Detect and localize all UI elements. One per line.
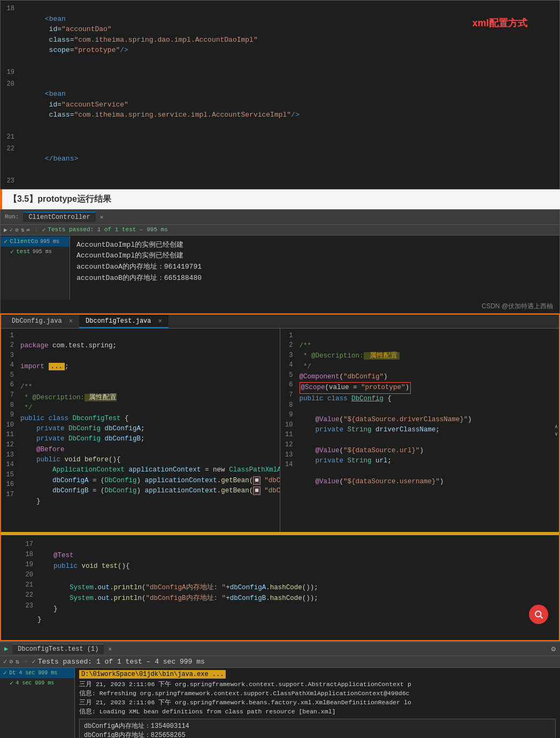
ide-right: 1234567891011121314 /** * @Description: … xyxy=(280,329,559,532)
svg-line-1 xyxy=(540,616,542,618)
result-line-2: dbConfigB内存地址：825658265 xyxy=(84,731,551,739)
run-sidebar-2: ✓ Dt 4 sec 999 ms ✓ 4 sec 999 ms xyxy=(0,668,75,739)
watermark-1: CSDN @伏加特遇上西柚 xyxy=(1,300,559,313)
pass-text: Tests passed: 1 of 1 test – 995 ms xyxy=(48,226,167,233)
ide-split: 1234567891011121314151617 package com.te… xyxy=(1,329,559,532)
output-line-2: AccountDaoImpl的实例已经创建 xyxy=(76,250,553,262)
run-sidebar: ✓ ClientCo 995 ms ✓ test 995 ms xyxy=(1,235,70,300)
close-icon[interactable]: ✕ xyxy=(100,214,104,220)
bottom-gutter: 17181920212223 xyxy=(20,539,37,636)
pass-text-2: Tests passed: 1 of 1 test – 4 sec 999 ms xyxy=(38,658,205,666)
filter-icon[interactable]: ⇌ xyxy=(27,226,30,233)
cmd-line: D:\01workSpace\01jdk\bin\java.exe ... xyxy=(79,670,556,679)
cmd-highlight: D:\01workSpace\01jdk\bin\java.exe ... xyxy=(79,670,226,679)
run-content: ✓ ClientCo 995 ms ✓ test 995 ms AccountD… xyxy=(1,235,559,300)
bottom-code: 17181920212223 @Test public void test(){… xyxy=(1,535,559,640)
bottom-editor: @Test public void test(){ System.out.pri… xyxy=(37,539,318,636)
gear-icon[interactable]: ⚙ xyxy=(551,644,556,653)
sidebar-item-dt[interactable]: ✓ Dt 4 sec 999 ms xyxy=(0,668,74,678)
ide-left: 1234567891011121314151617 package com.te… xyxy=(1,329,280,532)
sidebar-item-test[interactable]: ✓ test 995 ms xyxy=(1,247,70,257)
code-line-21: 21 xyxy=(1,131,559,143)
code-line-23: 23 xyxy=(1,175,559,187)
close-dbconfig[interactable]: ✕ xyxy=(69,317,73,325)
run-output-2: D:\01workSpace\01jdk\bin\java.exe ... 三月… xyxy=(75,668,560,739)
run-panel-2: ▶ DbconfigTest.test (1) ✕ ⚙ ✓ ⊘ ⇅ » ✓ Te… xyxy=(0,641,560,739)
result-line-1: dbConfigA内存地址：1354003114 xyxy=(84,721,551,731)
left-gutter: 1234567891011121314151617 xyxy=(1,331,18,507)
svg-point-0 xyxy=(535,611,541,617)
run-toolbar: ▶ ✓ ⊘ ⇅ ⇌ | ✓ Tests passed: 1 of 1 test … xyxy=(1,225,559,235)
separator-2: » xyxy=(24,658,28,666)
run-icon: ▶ xyxy=(4,645,8,653)
run-tab[interactable]: ClientController xyxy=(23,212,95,222)
sidebar-item-4sec[interactable]: ✓ 4 sec 999 ms xyxy=(0,678,74,688)
play-icon[interactable]: ▶ xyxy=(4,226,7,233)
tab-dbconfig[interactable]: DbConfig.java ✕ xyxy=(5,315,79,328)
output-log: 三月 21, 2023 2:11:06 下午 org.springframewo… xyxy=(79,680,556,717)
run-output: AccountDaoImpl的实例已经创建 AccountDaoImpl的实例已… xyxy=(70,235,559,300)
result-box: dbConfigA内存地址：1354003114 dbConfigB内存地址：8… xyxy=(79,719,556,739)
run-toolbar-2: ✓ ⊘ ⇅ » ✓ Tests passed: 1 of 1 test – 4 … xyxy=(0,656,560,668)
run-tab-2[interactable]: DbconfigTest.test (1) xyxy=(12,644,104,654)
run-header-2: ▶ DbconfigTest.test (1) ✕ ⚙ xyxy=(0,642,560,656)
output-line-4: accountDaoB的内存地址：665188480 xyxy=(76,273,553,284)
run-header: Run: ClientController ✕ xyxy=(1,210,559,225)
check-icon: ✓ xyxy=(10,226,13,233)
xml-code-section: 18 <bean id="accountDao" class="com.ithe… xyxy=(0,0,560,189)
right-gutter: 1234567891011121314 xyxy=(280,331,297,488)
run-label: Run: xyxy=(5,214,19,220)
scroll-arrows[interactable]: ∧ ∨ xyxy=(555,423,558,437)
log-line-3: 三月 21, 2023 2:11:06 下午 org.springframewo… xyxy=(79,698,556,707)
left-editor: package com.test.spring; import ...; /**… xyxy=(18,331,280,507)
output-line-1: AccountDaoImpl的实例已经创建 xyxy=(76,240,553,251)
run-content-2: ✓ Dt 4 sec 999 ms ✓ 4 sec 999 ms D:\01wo… xyxy=(0,668,560,739)
log-line-1: 三月 21, 2023 2:11:06 下午 org.springframewo… xyxy=(79,680,556,689)
close-icon-2[interactable]: ✕ xyxy=(108,645,112,652)
stop-icon-2[interactable]: ⊘ xyxy=(9,658,13,666)
right-editor: /** * @Description: 属性配置 */ @Component("… xyxy=(297,331,559,488)
xml-config-label: xml配置方式 xyxy=(472,17,527,29)
search-icon xyxy=(534,610,543,619)
ide-tabs: DbConfig.java ✕ DbconfigTest.java ✕ xyxy=(1,315,559,329)
output-line-3: accountDaoA的内存地址：961419791 xyxy=(76,262,553,273)
section-title-35: 【3.5】prototype运行结果 xyxy=(0,189,560,209)
separator: | xyxy=(34,226,38,233)
log-line-4: 信息: Loading XML bean definitions from cl… xyxy=(79,707,556,716)
stop-icon[interactable]: ⊘ xyxy=(15,226,19,233)
log-line-2: 信息: Refreshing org.springframework.conte… xyxy=(79,689,556,698)
run-panel-1: Run: ClientController ✕ ▶ ✓ ⊘ ⇅ ⇌ | ✓ Te… xyxy=(0,209,560,314)
code-line-20: 20 <bean id="accountService" class="com.… xyxy=(1,78,559,132)
sidebar-item-clientco[interactable]: ✓ ClientCo 995 ms xyxy=(1,237,70,247)
code-line-19: 19 xyxy=(1,66,559,78)
tab-dbconfigtest[interactable]: DbconfigTest.java ✕ xyxy=(79,315,168,328)
code-line-18: 18 <bean id="accountDao" class="com.ithe… xyxy=(1,3,559,66)
search-fab[interactable] xyxy=(529,605,548,624)
sort-icon[interactable]: ⇅ xyxy=(21,226,25,233)
ide-container: DbConfig.java ✕ DbconfigTest.java ✕ 注解配置… xyxy=(0,314,560,641)
code-line-22: 22 </beans> xyxy=(1,143,559,176)
sort-icon-2[interactable]: ⇅ xyxy=(15,658,19,666)
close-dbconfigtest[interactable]: ✕ xyxy=(158,317,162,325)
